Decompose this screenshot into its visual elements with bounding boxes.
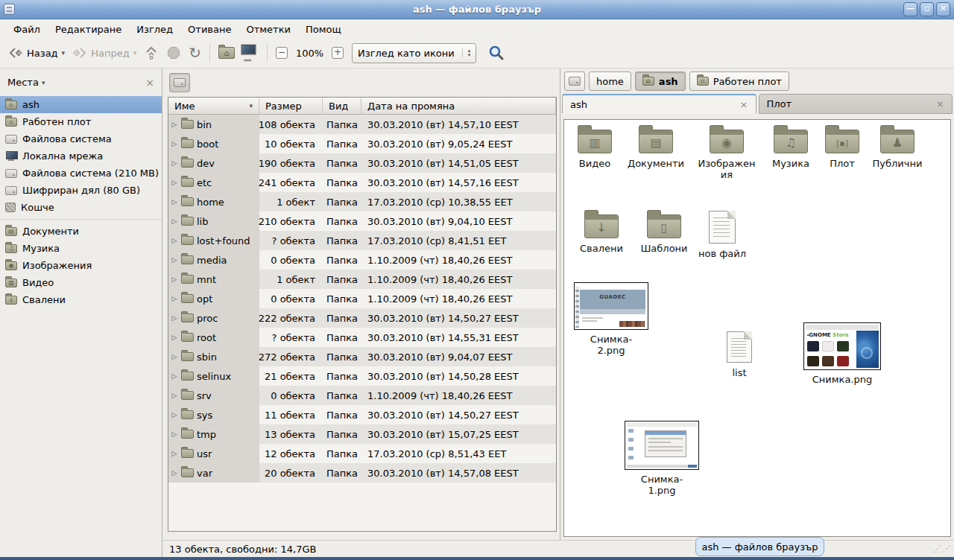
- sidebar-item-downloads[interactable]: ↓ Свалени: [0, 291, 162, 308]
- menu-help[interactable]: Помощ: [298, 22, 349, 37]
- titlebar[interactable]: ash — файлов браузър — ▫ ✕: [0, 0, 954, 19]
- icon-item-templates[interactable]: ▯ Шаблони: [633, 209, 695, 254]
- table-row[interactable]: ▷proc 222 обекта Папка 30.03.2010 (вт) 1…: [168, 308, 556, 328]
- root-location-button[interactable]: [169, 73, 190, 92]
- minimize-button[interactable]: —: [903, 2, 917, 16]
- expander-icon[interactable]: ▷: [171, 179, 178, 186]
- sidebar-item-desktop[interactable]: ▫ Работен плот: [0, 113, 162, 130]
- expander-icon[interactable]: ▷: [171, 140, 178, 147]
- back-history-chevron-icon[interactable]: ▾: [62, 49, 66, 57]
- table-row[interactable]: ▷dev 190 обекта Папка 30.03.2010 (вт) 14…: [168, 153, 556, 173]
- table-row[interactable]: ▷lib 210 обекта Папка 30.03.2010 (вт) 9,…: [168, 211, 556, 231]
- expander-icon[interactable]: ▷: [171, 121, 178, 128]
- table-row[interactable]: ▷bin 108 обекта Папка 30.03.2010 (вт) 14…: [168, 115, 556, 134]
- stop-button[interactable]: [162, 43, 185, 63]
- expander-icon[interactable]: ▷: [171, 450, 178, 457]
- table-row[interactable]: ▷mnt 1 обект Папка 1.10.2009 (чт) 18,40,…: [168, 270, 556, 289]
- column-header-type[interactable]: Вид: [323, 98, 361, 115]
- expander-icon[interactable]: ▷: [171, 372, 178, 380]
- table-row[interactable]: ▷root ? обекта Папка 30.03.2010 (вт) 14,…: [168, 328, 556, 347]
- icon-item-new-file[interactable]: нов файл: [692, 206, 752, 259]
- table-row[interactable]: ▷media 0 обекта Папка 1.10.2009 (чт) 18,…: [168, 250, 556, 270]
- expander-icon[interactable]: ▷: [171, 198, 178, 206]
- expander-icon[interactable]: ▷: [171, 159, 178, 167]
- icon-item-snimka-1[interactable]: Снимка-1.png: [624, 421, 700, 496]
- expander-icon[interactable]: ▷: [171, 237, 178, 244]
- search-button[interactable]: [484, 42, 509, 64]
- table-row[interactable]: ▷boot 10 обекта Папка 30.03.2010 (вт) 9,…: [168, 134, 556, 153]
- up-button[interactable]: [140, 43, 162, 63]
- sidebar-item-music[interactable]: ♫ Музика: [0, 240, 162, 257]
- breadcrumb-ash-button[interactable]: ⌂ ash: [635, 71, 686, 91]
- column-header-size[interactable]: Размер: [259, 98, 323, 115]
- icon-item-list[interactable]: list: [715, 327, 764, 378]
- sidebar-item-filesystem-210mb[interactable]: Файлова система (210 MB): [0, 165, 162, 182]
- expander-icon[interactable]: ▷: [171, 256, 178, 264]
- table-row[interactable]: ▷sbin 272 обекта Папка 30.03.2010 (вт) 9…: [168, 347, 556, 366]
- table-row[interactable]: ▷etc 241 обекта Папка 30.03.2010 (вт) 14…: [168, 173, 556, 192]
- sidebar-item-encrypted-80gb[interactable]: Шифриран дял (80 GB): [0, 182, 162, 199]
- icon-item-music[interactable]: ♫ Музика: [761, 124, 821, 169]
- breadcrumb-root-button[interactable]: [564, 71, 585, 91]
- icon-item-snimka[interactable]: 🞄GNOME Store Снимка.png: [803, 322, 882, 385]
- expander-icon[interactable]: ▷: [171, 276, 178, 283]
- tab-ash[interactable]: ash ×: [562, 94, 756, 114]
- icon-item-desktop[interactable]: [▪] Плот: [815, 124, 870, 169]
- reload-button[interactable]: ↻: [185, 43, 205, 63]
- menu-edit[interactable]: Редактиране: [48, 22, 129, 37]
- sidebar-item-trash[interactable]: Кошче: [0, 199, 162, 216]
- sidebar-title[interactable]: Места: [7, 77, 39, 88]
- expander-icon[interactable]: ▷: [171, 334, 178, 341]
- home-button[interactable]: ⌂: [215, 45, 238, 61]
- sidebar-item-home[interactable]: ⌂ ash: [0, 96, 162, 113]
- zoom-in-button[interactable]: +: [328, 45, 347, 61]
- table-row[interactable]: ▷tmp 13 обекта Папка 30.03.2010 (вт) 15,…: [168, 424, 556, 444]
- computer-button[interactable]: [238, 44, 262, 62]
- expander-icon[interactable]: ▷: [171, 411, 178, 419]
- table-row[interactable]: ▷selinux 21 обекта Папка 30.03.2010 (вт)…: [168, 366, 556, 386]
- menu-file[interactable]: Файл: [6, 22, 48, 37]
- sidebar-item-filesystem[interactable]: Файлова система: [0, 130, 162, 147]
- tab-close-icon[interactable]: ×: [740, 99, 748, 110]
- back-button[interactable]: Назад ▾: [4, 44, 69, 62]
- icon-item-documents[interactable]: ▤ Документи: [624, 124, 688, 169]
- sidebar-item-documents[interactable]: ▤ Документи: [0, 223, 162, 240]
- icon-item-downloads[interactable]: ↓ Свалени: [570, 209, 633, 254]
- sidebar-close-icon[interactable]: ×: [145, 77, 154, 89]
- menu-bookmarks[interactable]: Отметки: [238, 22, 297, 37]
- table-row[interactable]: ▷sys 11 обекта Папка 30.03.2010 (вт) 14,…: [168, 405, 556, 424]
- icon-item-snimka-2[interactable]: GUADEC Снимка-2.png: [573, 282, 649, 356]
- sidebar-title-chevron-icon[interactable]: ▾: [42, 79, 45, 86]
- forward-button[interactable]: Напред ▾: [69, 44, 140, 62]
- table-row[interactable]: ▷home 1 обект Папка 17.03.2010 (ср) 10,3…: [168, 192, 556, 211]
- sidebar-item-videos[interactable]: ▥ Видео: [0, 274, 162, 291]
- expander-icon[interactable]: ▷: [171, 392, 178, 399]
- maximize-button[interactable]: ▫: [920, 2, 934, 16]
- sidebar-item-local-network[interactable]: Локална мрежа: [0, 147, 162, 165]
- view-mode-select[interactable]: Изглед като икони ▴▾: [352, 43, 476, 63]
- tab-plot[interactable]: Плот ×: [759, 94, 953, 114]
- table-row[interactable]: ▷opt 0 обекта Папка 1.10.2009 (чт) 18,40…: [168, 289, 556, 308]
- table-row[interactable]: ▷srv 0 обекта Папка 1.10.2009 (чт) 18,40…: [168, 386, 556, 405]
- breadcrumb-home-button[interactable]: home: [589, 71, 631, 91]
- resize-grip[interactable]: ⋰⋰: [932, 544, 952, 554]
- table-row[interactable]: ▷lost+found ? обекта Папка 17.03.2010 (с…: [168, 231, 556, 250]
- menu-view[interactable]: Изглед: [129, 22, 180, 37]
- expander-icon[interactable]: ▷: [171, 353, 178, 360]
- expander-icon[interactable]: ▷: [171, 469, 178, 477]
- icon-item-videos[interactable]: ▥ Видео: [564, 124, 625, 169]
- tab-close-icon[interactable]: ×: [936, 98, 944, 109]
- menu-go[interactable]: Отиване: [180, 22, 238, 37]
- column-header-name[interactable]: Име ▾: [168, 98, 259, 115]
- table-row[interactable]: ▷usr 12 обекта Папка 17.03.2010 (ср) 8,5…: [168, 444, 556, 463]
- close-button[interactable]: ✕: [936, 2, 950, 16]
- sidebar-item-pictures[interactable]: ◉ Изображения: [0, 257, 162, 274]
- column-header-date[interactable]: Дата на промяна: [361, 98, 556, 115]
- table-row[interactable]: ▷var 20 обекта Папка 30.03.2010 (вт) 14,…: [168, 463, 556, 483]
- icon-item-pictures[interactable]: ◉ Изображения: [697, 124, 756, 180]
- expander-icon[interactable]: ▷: [171, 430, 178, 438]
- breadcrumb-desktop-button[interactable]: ▫ Работен плот: [689, 71, 789, 91]
- expander-icon[interactable]: ▷: [171, 295, 178, 302]
- expander-icon[interactable]: ▷: [171, 314, 178, 322]
- zoom-out-button[interactable]: −: [272, 45, 291, 61]
